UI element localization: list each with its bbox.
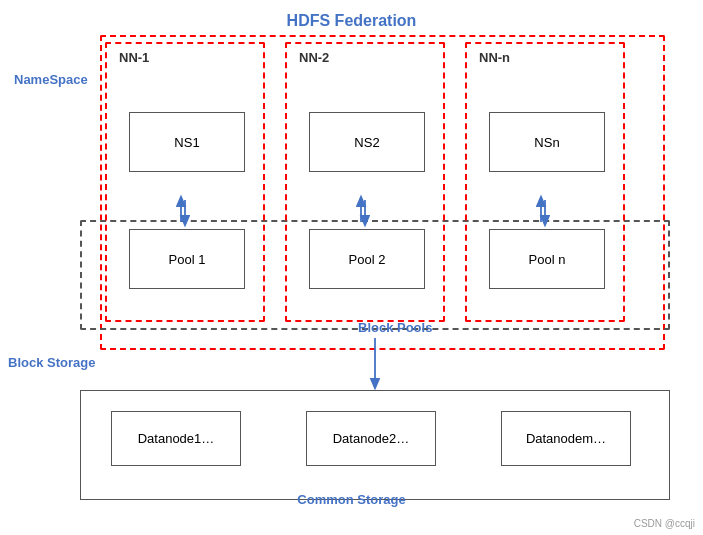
ns-box-1: NS1 [129, 112, 245, 172]
ns-box-2: NS2 [309, 112, 425, 172]
pool-box-n: Pool n [489, 229, 605, 289]
ns-2-text: NS2 [354, 135, 379, 150]
label-namespace: NameSpace [14, 72, 88, 87]
pool-box-2: Pool 2 [309, 229, 425, 289]
label-commonstorage: Common Storage [297, 492, 405, 507]
pool-n-text: Pool n [529, 252, 566, 267]
nn-column-2: NN-2 NS2 Pool 2 [285, 42, 445, 322]
ns-box-n: NSn [489, 112, 605, 172]
nn-n-label: NN-n [479, 50, 510, 65]
diagram-container: HDFS Federation NameSpace Block Storage … [0, 0, 703, 535]
datanode-2-label: Datanode2… [333, 431, 410, 446]
ns-1-text: NS1 [174, 135, 199, 150]
label-blockstorage: Block Storage [8, 355, 95, 370]
label-blockpools: Block Pools [358, 320, 432, 335]
nn-1-label: NN-1 [119, 50, 149, 65]
title-hdfs: HDFS Federation [287, 12, 417, 30]
datanode-1-label: Datanode1… [138, 431, 215, 446]
nn-column-1: NN-1 NS1 Pool 1 [105, 42, 265, 322]
ns-n-text: NSn [534, 135, 559, 150]
watermark: CSDN @ccqji [634, 518, 695, 529]
nn-2-label: NN-2 [299, 50, 329, 65]
pool-1-text: Pool 1 [169, 252, 206, 267]
common-storage-box: Datanode1… Datanode2… Datanodem… [80, 390, 670, 500]
datanode-2-box: Datanode2… [306, 411, 436, 466]
datanode-1-box: Datanode1… [111, 411, 241, 466]
nn-column-3: NN-n NSn Pool n [465, 42, 625, 322]
pool-box-1: Pool 1 [129, 229, 245, 289]
datanode-3-label: Datanodem… [526, 431, 606, 446]
datanode-3-box: Datanodem… [501, 411, 631, 466]
pool-2-text: Pool 2 [349, 252, 386, 267]
